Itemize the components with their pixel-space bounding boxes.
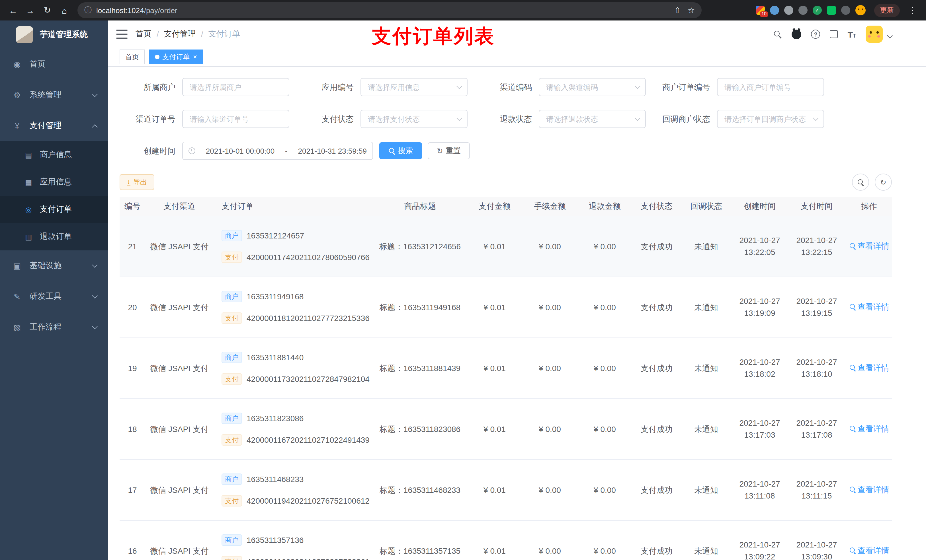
cell-status: 支付成功 [632,423,681,435]
tab-pay-order[interactable]: 支付订单 × [149,50,203,64]
sidebar-item-refund-order[interactable]: ▥退款订单 [0,223,108,251]
cell-notify: 未通知 [681,484,731,496]
channel-code-select[interactable] [539,78,646,96]
notify-status-select[interactable] [717,110,824,128]
merchant-filter-input[interactable] [182,78,289,96]
pay-tag: 支付 [221,373,242,385]
cell-status: 支付成功 [632,240,681,252]
chevron-down-icon[interactable] [887,32,893,38]
app-id-select[interactable] [360,78,468,96]
share-icon[interactable]: ⇧ [674,6,681,15]
cell-status: 支付成功 [632,301,681,313]
view-detail-link[interactable]: 查看详情 [849,545,889,557]
chevron-up-icon [92,124,98,130]
refresh-table-button[interactable]: ↻ [875,174,892,191]
close-icon[interactable]: × [193,53,197,61]
cell-order: 商户1635311468233支付42000011942021102767521… [213,473,373,507]
cell-create-time: 2021-10-2713:11:08 [731,478,788,502]
merchant-order-no-input[interactable] [717,78,824,96]
cell-channel: 微信 JSAPI 支付 [145,484,213,496]
breadcrumb-current: 支付订单 [209,29,240,39]
browser-update-button[interactable]: 更新 [874,4,900,17]
date-end: 2021-10-31 23:59:59 [298,146,367,155]
forward-button[interactable]: → [23,3,38,18]
cell-action: 查看详情 [845,301,893,314]
merchant-card-icon: ▤ [24,151,33,159]
breadcrumb-home[interactable]: 首页 [136,29,151,39]
sidebar-item-pay-order[interactable]: ◎支付订单 [0,196,108,223]
table-header: 编号支付渠道支付订单商品标题支付金额手续金额退款金额支付状态回调状态创建时间支付… [120,197,892,216]
extension-icon[interactable] [827,6,836,15]
cell-channel: 微信 JSAPI 支付 [145,423,213,435]
extensions-puzzle-icon[interactable] [841,6,850,15]
sidebar-item-devtools[interactable]: ✎研发工具 [0,281,108,312]
extension-icon[interactable] [799,6,808,15]
cell-fee: ¥ 0.00 [522,545,578,557]
pay-order-no: 4200001194202110276752100612 [247,495,369,507]
sidebar-item-merchant-info[interactable]: ▤商户信息 [0,141,108,169]
toggle-search-button[interactable] [852,174,869,191]
cell-action: 查看详情 [845,484,893,497]
search-icon [849,426,856,432]
view-detail-link[interactable]: 查看详情 [849,423,889,435]
cell-notify: 未通知 [681,545,731,557]
column-header: 退款金额 [578,201,632,211]
cell-order: 商户1635311357136支付42000011662021102738975… [213,534,373,560]
date-range-picker[interactable]: 2021-10-01 00:00:00 - 2021-10-31 23:59:5… [182,142,373,160]
date-start: 2021-10-01 00:00:00 [206,146,274,155]
sidebar-item-system[interactable]: ⚙系统管理 [0,80,108,110]
app-logo[interactable]: 芋道管理系统 [0,21,108,49]
export-button[interactable]: ↓导出 [120,174,154,190]
view-detail-link[interactable]: 查看详情 [849,301,889,313]
cell-id: 19 [120,362,145,374]
view-detail-link[interactable]: 查看详情 [849,240,889,252]
extension-icon[interactable]: 10 [756,6,765,15]
view-detail-link[interactable]: 查看详情 [849,484,889,496]
search-icon[interactable] [774,30,782,38]
table-toolbar: ↓导出 ↻ [120,174,892,191]
sidebar: 芋道管理系统 ◉首页⚙系统管理¥支付管理▤商户信息▦应用信息◎支付订单▥退款订单… [0,21,108,560]
cell-title: 标题：1635311949168 [373,301,467,313]
browser-toolbar: ← → ↻ ⌂ ⓘ localhost:1024/pay/order ⇧ ☆ 1… [0,0,926,21]
sidebar-item-workflow[interactable]: ▧工作流程 [0,312,108,343]
cell-notify: 未通知 [681,240,731,252]
extension-icon[interactable] [784,6,793,15]
channel-order-no-input[interactable] [182,110,289,128]
user-avatar[interactable] [865,26,883,43]
reload-button[interactable]: ↻ [40,3,54,18]
home-button[interactable]: ⌂ [57,3,72,18]
tab-home[interactable]: 首页 [120,50,145,64]
search-icon [857,179,864,186]
sidebar-item-infra[interactable]: ▣基础设施 [0,251,108,281]
sidebar-item-home[interactable]: ◉首页 [0,49,108,80]
breadcrumb-pay[interactable]: 支付管理 [164,29,196,39]
browser-profile-avatar[interactable] [855,5,865,15]
pay-order-no: 4200001166202110273897528261 [247,556,369,560]
address-bar[interactable]: ⓘ localhost:1024/pay/order ⇧ ☆ [77,2,702,18]
chevron-down-icon [92,91,98,97]
view-detail-link[interactable]: 查看详情 [849,362,889,374]
help-icon[interactable]: ? [811,30,820,39]
font-size-icon[interactable]: TT [848,29,856,39]
back-button[interactable]: ← [6,3,21,18]
hamburger-icon[interactable] [116,30,127,39]
sidebar-item-pay[interactable]: ¥支付管理 [0,110,108,141]
chevron-down-icon [92,262,98,268]
reset-button[interactable]: ↻重置 [428,142,470,159]
site-info-icon[interactable]: ⓘ [84,5,92,15]
active-dot [155,54,159,59]
cell-title: 标题：1635311881439 [373,362,467,374]
pay-status-select[interactable] [360,110,468,128]
sidebar-item-app-info[interactable]: ▦应用信息 [0,169,108,196]
bookmark-star-icon[interactable]: ☆ [688,6,695,15]
fullscreen-icon[interactable] [830,30,838,38]
browser-menu-icon[interactable]: ⋮ [905,5,920,15]
github-icon[interactable] [792,29,802,39]
merchant-order-no: 1635311357136 [247,534,304,546]
cell-action: 查看详情 [845,545,893,557]
extension-icon[interactable] [770,6,779,15]
refund-status-select[interactable] [539,110,646,128]
cell-id: 21 [120,240,145,252]
extension-icon[interactable]: ✓ [813,6,822,15]
search-button[interactable]: 搜索 [379,142,422,159]
